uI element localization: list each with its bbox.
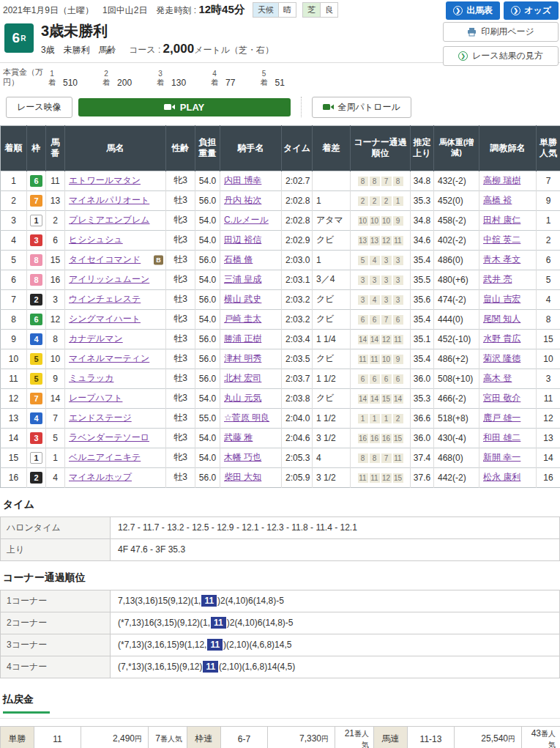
trainer-link[interactable]: 高木 登 (483, 373, 512, 383)
finish-time: 2:03.0 (282, 250, 313, 270)
carried-weight: 54.0 (195, 428, 220, 448)
print-page-button[interactable]: 印刷用ページ (443, 22, 559, 42)
trainer-link[interactable]: 水野 貴広 (483, 333, 520, 344)
frame-badge: 3 (30, 234, 42, 246)
horse-name-link[interactable]: マイネルホップ (69, 472, 132, 482)
horse-name-link[interactable]: シングマイハート (69, 314, 141, 324)
patrol-video-label: 全周パトロール (338, 101, 400, 114)
umaren-label: 馬連 (374, 726, 408, 748)
finish-time: 2:03.2 (282, 309, 313, 329)
horse-name-link[interactable]: レープハフト (69, 393, 122, 403)
jockey-link[interactable]: ☆菅原 明良 (224, 412, 269, 423)
corner-pos: 4 (370, 295, 380, 305)
horse-number: 11 (46, 171, 65, 190)
trainer-link[interactable]: 宮田 敬介 (483, 393, 520, 403)
corner-pos: 15 (381, 394, 392, 404)
horse-name-link[interactable]: タイセイコマンド (69, 254, 141, 264)
jockey-link[interactable]: 勝浦 正樹 (224, 333, 261, 344)
corner-row: 4コーナー (7,*13)(3,16,15)(9,12)11(2,10)(1,6… (1, 656, 560, 678)
results-tbody: 1 6 11 エトワールマタン 牝3 54.0 内田 博幸 2:02.7 887… (1, 171, 560, 487)
last-3f: 34.8 (411, 210, 434, 230)
jockey-link[interactable]: 三浦 皇成 (224, 274, 261, 284)
horse-name-link[interactable]: マイネルマーティン (69, 353, 149, 363)
jockey-link[interactable]: 田辺 裕信 (224, 234, 261, 245)
result-row: 11 5 9 ミュラッカ 牡3 56.0 北村 宏司 2:03.7 1 1/2 … (1, 369, 560, 388)
jockey-link[interactable]: 横山 武史 (224, 294, 261, 304)
horse-name-link[interactable]: プレミアエンブレム (69, 215, 150, 225)
turf-label: 芝 (302, 2, 321, 18)
tansho-popularity: 7 (155, 733, 160, 744)
tansho-label: 単勝 (1, 726, 34, 748)
halon-time-value: 12.7 - 11.7 - 13.2 - 12.5 - 12.9 - 12.1 … (111, 516, 560, 538)
wakuren-amount: 7,330 (299, 733, 321, 744)
result-row: 10 5 10 マイネルマーティン 牡3 56.0 津村 明秀 2:03.5 ク… (1, 349, 560, 369)
trainer-link[interactable]: 田村 康仁 (483, 215, 520, 225)
payout-row: 単勝 11 2,490円 7番人気 枠連 6-7 7,330円 21番人気 馬連… (1, 726, 560, 748)
horse-name-link[interactable]: ヒシシュシュ (69, 234, 123, 245)
trainer-link[interactable]: 畠山 吉宏 (483, 294, 520, 304)
jockey-link[interactable]: 丹内 祐次 (224, 195, 261, 205)
prize-rank: 4 (211, 70, 218, 79)
trainer-link[interactable]: 尾関 知人 (483, 314, 520, 324)
race-video-button[interactable]: レース映像 (6, 97, 72, 118)
prize-rank-unit: 着 (211, 78, 218, 88)
col-finish: 着順 (1, 125, 27, 171)
corner-pos: 8 (358, 453, 368, 463)
col-horse: 馬名 (65, 125, 166, 171)
jockey-link[interactable]: 木幡 巧也 (224, 452, 261, 462)
jockey-link[interactable]: C.ルメール (224, 215, 269, 225)
trainer-link[interactable]: 鹿戸 雄一 (483, 412, 520, 423)
results-header-row: 着順 枠 馬番 馬名 性齢 負担重量 騎手名 タイム 着差 コーナー通過順位 推… (1, 125, 560, 171)
horse-name-link[interactable]: ミュラッカ (69, 373, 113, 383)
payout-wrap: 単勝 11 2,490円 7番人気 枠連 6-7 7,330円 21番人気 馬連… (0, 718, 560, 748)
jockey-link[interactable]: 内田 博幸 (224, 175, 261, 185)
sex-age: 牝3 (166, 448, 195, 467)
trainer-link[interactable]: 和田 雄二 (483, 432, 520, 442)
horse-name-link[interactable]: エトワールマタン (69, 175, 141, 185)
halon-time-label: ハロンタイム (1, 516, 111, 538)
payout-table: 単勝 11 2,490円 7番人気 枠連 6-7 7,330円 21番人気 馬連… (0, 726, 560, 748)
horse-name-link[interactable]: カナデルマン (69, 333, 123, 344)
horse-name-link[interactable]: ラベンダーテソーロ (69, 432, 149, 442)
frame-badge: 7 (30, 195, 42, 207)
corner-pos: 4 (370, 256, 380, 265)
margin: 3／4 (313, 270, 351, 289)
trainer-link[interactable]: 松永 康利 (483, 472, 520, 482)
corner-pos: 10 (358, 216, 368, 226)
trainer-link[interactable]: 高柳 瑞樹 (483, 175, 520, 185)
play-button[interactable]: PLAY (78, 98, 291, 116)
corner-pos: 3 (358, 295, 368, 305)
horse-name-link[interactable]: ベルニアイニキテ (69, 452, 141, 462)
jockey-link[interactable]: 武藤 雅 (224, 432, 253, 442)
horse-name-link[interactable]: マイネルパリオート (69, 195, 149, 205)
prize-item: 3着130 (157, 70, 186, 88)
jockey-link[interactable]: 北村 宏司 (224, 373, 261, 383)
horse-name-link[interactable]: アイリッシュムーン (69, 274, 149, 284)
trainer-link[interactable]: 新開 幸一 (483, 452, 520, 462)
trainer-link[interactable]: 菊沢 隆徳 (483, 353, 520, 363)
jockey-link[interactable]: 津村 明秀 (224, 353, 261, 363)
horse-weight: 508(+10) (434, 369, 479, 388)
horse-name-link[interactable]: ウインチェレステ (69, 294, 141, 304)
jockey-link[interactable]: 戸崎 圭太 (224, 314, 261, 324)
carried-weight: 54.0 (195, 309, 220, 329)
corner-pos: 14 (358, 394, 368, 404)
win-popularity: 13 (537, 428, 560, 448)
results-guide-button[interactable]: ❯ レース結果の見方 (443, 46, 559, 66)
horse-name-link[interactable]: エンドステージ (69, 412, 132, 423)
corner-pos: 16 (370, 434, 380, 443)
jockey-link[interactable]: 石橋 脩 (224, 254, 253, 264)
patrol-video-button[interactable]: 全周パトロール (312, 97, 411, 118)
prize-value: 200 (117, 78, 132, 88)
tansho-amount: 2,490 (113, 733, 135, 744)
frame-badge: 3 (30, 432, 42, 444)
trainer-link[interactable]: 高橋 裕 (483, 195, 512, 205)
carried-weight: 54.0 (195, 230, 220, 250)
trainer-link[interactable]: 青木 孝文 (483, 254, 520, 264)
trainer-link[interactable]: 中舘 英二 (483, 234, 520, 245)
jockey-link[interactable]: 丸山 元気 (224, 393, 261, 403)
trainer-link[interactable]: 武井 亮 (483, 274, 512, 284)
jockey-link[interactable]: 柴田 大知 (224, 472, 261, 482)
finish-position: 1 (1, 171, 27, 190)
play-button-label: PLAY (180, 102, 204, 113)
